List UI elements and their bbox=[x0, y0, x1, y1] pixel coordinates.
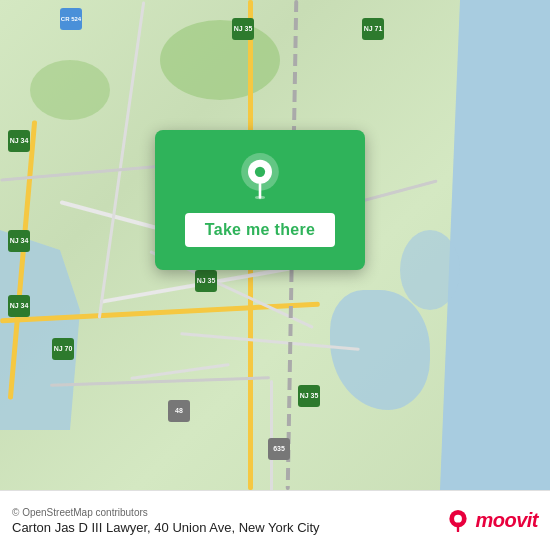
route-badge-r6: NJ 35 bbox=[195, 270, 217, 292]
svg-point-3 bbox=[255, 196, 265, 199]
route-badge-r9: 48 bbox=[168, 400, 190, 422]
location-pin-icon bbox=[236, 153, 284, 201]
moovit-wordmark: moovit bbox=[475, 509, 538, 532]
route-badge-r7: NJ 70 bbox=[52, 338, 74, 360]
route-badge-r4: NJ 34 bbox=[8, 230, 30, 252]
location-text: Carton Jas D III Lawyer, 40 Union Ave, N… bbox=[12, 520, 320, 535]
road-635 bbox=[270, 380, 273, 490]
moovit-logo: moovit bbox=[447, 509, 538, 532]
copyright-text: © OpenStreetMap contributors bbox=[12, 507, 320, 518]
route-badge-r3: NJ 34 bbox=[8, 130, 30, 152]
route-badge-r1: NJ 35 bbox=[232, 18, 254, 40]
route-badge-r11: CR 524 bbox=[60, 8, 82, 30]
route-badge-r10: 635 bbox=[268, 438, 290, 460]
park-area-1 bbox=[160, 20, 280, 100]
bay-water-2 bbox=[400, 230, 460, 310]
bottom-info: © OpenStreetMap contributors Carton Jas … bbox=[12, 507, 320, 535]
svg-point-2 bbox=[255, 167, 265, 177]
park-area-2 bbox=[30, 60, 110, 120]
svg-point-5 bbox=[455, 514, 463, 522]
action-card[interactable]: Take me there bbox=[155, 130, 365, 270]
route-badge-r8: NJ 35 bbox=[298, 385, 320, 407]
route-badge-r2: NJ 71 bbox=[362, 18, 384, 40]
route-badge-r5: NJ 34 bbox=[8, 295, 30, 317]
moovit-pin-icon bbox=[447, 510, 469, 532]
map-container: NJ 35NJ 71NJ 34NJ 34NJ 34NJ 35NJ 70NJ 35… bbox=[0, 0, 550, 490]
take-me-there-button[interactable]: Take me there bbox=[185, 213, 335, 247]
bottom-bar: © OpenStreetMap contributors Carton Jas … bbox=[0, 490, 550, 550]
